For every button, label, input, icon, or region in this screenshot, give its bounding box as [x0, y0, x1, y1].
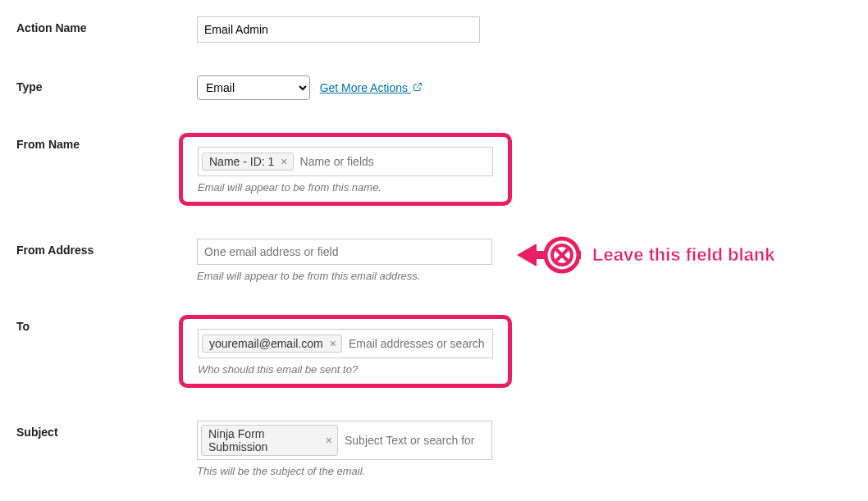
label-subject: Subject: [16, 421, 197, 439]
from-name-tag-chip: Name - ID: 1 ×: [202, 153, 294, 171]
from-name-helper: Email will appear to be from this name.: [198, 181, 493, 194]
annotation-leave-blank: Leave this field blank: [517, 230, 775, 280]
subject-label-text: Subject: [16, 426, 58, 439]
from-name-label-text: From Name: [16, 138, 80, 151]
to-tag-field[interactable]: youremail@email.com ×: [198, 329, 493, 358]
get-more-actions-text: Get More Actions: [320, 81, 408, 94]
row-from-address: From Address Email will appear to be fro…: [16, 239, 852, 282]
subject-tag-remove-icon[interactable]: ×: [324, 434, 334, 447]
label-type: Type: [16, 75, 197, 93]
field-from-name: Name - ID: 1 × Email will appear to be f…: [197, 133, 852, 206]
from-name-input[interactable]: [297, 155, 489, 168]
row-to: To youremail@email.com × Who should this…: [16, 315, 852, 388]
from-address-label-text: From Address: [16, 244, 94, 257]
to-helper: Who should this email be sent to?: [198, 363, 493, 376]
to-label-text: To: [16, 320, 30, 333]
subject-helper: This will be the subject of the email.: [197, 465, 852, 477]
field-from-address: Email will appear to be from this email …: [197, 239, 852, 282]
subject-tag-text: Ninja Form Submission: [208, 427, 319, 453]
subject-input[interactable]: [341, 434, 488, 447]
row-type: Type Email Get More Actions: [16, 75, 852, 100]
to-tag-chip: youremail@email.com ×: [202, 335, 342, 353]
field-subject: Ninja Form Submission × This will be the…: [197, 421, 852, 477]
to-tag-text: youremail@email.com: [209, 337, 323, 350]
action-name-label-text: Action Name: [16, 21, 87, 34]
annotation-arrow-icon: [517, 230, 582, 280]
svg-line-0: [417, 84, 422, 89]
to-tag-remove-icon[interactable]: ×: [328, 337, 338, 350]
field-action-name: [197, 16, 852, 43]
highlight-from-name: Name - ID: 1 × Email will appear to be f…: [179, 133, 512, 206]
from-name-tag-remove-icon[interactable]: ×: [279, 155, 289, 168]
type-select[interactable]: Email: [197, 75, 310, 100]
from-address-input[interactable]: [197, 239, 492, 265]
field-to: youremail@email.com × Who should this em…: [197, 315, 852, 388]
label-from-address: From Address: [16, 239, 197, 257]
from-name-tag-text: Name - ID: 1: [209, 155, 274, 168]
to-input[interactable]: [345, 337, 492, 350]
get-more-actions-link[interactable]: Get More Actions: [320, 81, 423, 94]
highlight-to: youremail@email.com × Who should this em…: [179, 315, 512, 388]
row-from-name: From Name Name - ID: 1 × Email will appe…: [16, 133, 852, 206]
row-action-name: Action Name: [16, 16, 852, 43]
label-action-name: Action Name: [16, 16, 197, 34]
subject-tag-field[interactable]: Ninja Form Submission ×: [197, 421, 492, 460]
field-type: Email Get More Actions: [197, 75, 852, 100]
type-label-text: Type: [16, 80, 43, 93]
annotation-text: Leave this field blank: [592, 244, 775, 266]
label-to: To: [16, 315, 197, 333]
subject-tag-chip: Ninja Form Submission ×: [201, 425, 338, 456]
action-name-input[interactable]: [197, 16, 480, 43]
from-name-tag-field[interactable]: Name - ID: 1 ×: [198, 147, 493, 176]
label-from-name: From Name: [16, 133, 197, 151]
row-subject: Subject Ninja Form Submission × This wil…: [16, 421, 852, 477]
external-link-icon: [413, 83, 423, 94]
